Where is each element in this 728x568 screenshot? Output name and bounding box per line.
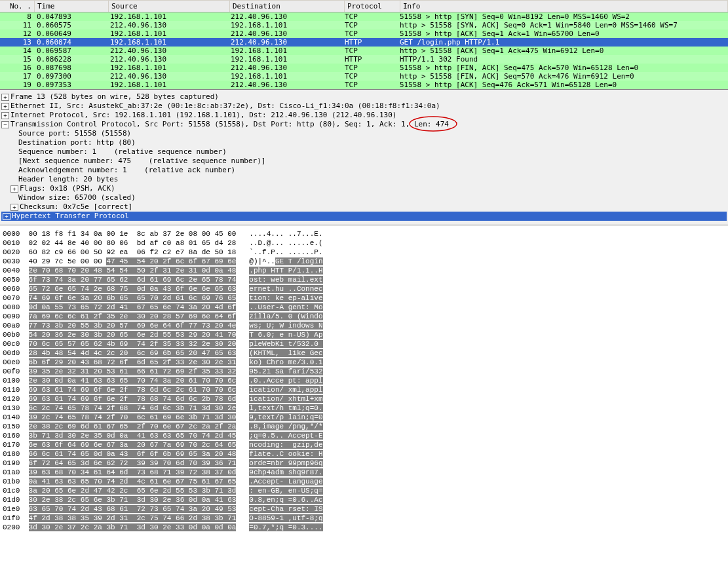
- hex-bytes-highlight: 6c 2c 74 65 78 74 2f 68 74 6d 6c 3b 71 3…: [29, 404, 237, 412]
- hex-ascii-plain: @)|^..: [249, 257, 275, 265]
- cell-src: 192.168.1.101: [107, 81, 228, 89]
- hex-row[interactable]: 0050 6f 73 74 3a 20 77 65 62 6d 61 69 6c…: [3, 275, 725, 284]
- hex-row[interactable]: 0130 6c 2c 74 65 78 74 2f 68 74 6d 6c 3b…: [3, 404, 725, 413]
- col-header-time[interactable]: Time: [35, 1, 109, 12]
- tree-tcp-cksum[interactable]: +Checksum: 0x7c5e [correct]: [1, 202, 727, 212]
- hex-row[interactable]: 0040 2e 70 68 70 20 48 54 54 50 2f 31 2e…: [3, 266, 725, 275]
- col-header-src[interactable]: Source: [109, 1, 230, 12]
- hex-offset: 0150: [3, 423, 20, 430]
- packet-row[interactable]: 170.097300212.40.96.130192.168.1.101TCPh…: [0, 72, 728, 81]
- hex-row[interactable]: 00c0 70 6c 65 57 65 62 4b 69 74 2f 35 33…: [3, 339, 725, 349]
- hex-row[interactable]: 0010 02 02 44 8e 40 00 80 06 bd af c0 a8…: [3, 238, 725, 248]
- cell-info: 51558 > http [FIN, ACK] Seq=475 Ack=570 …: [397, 64, 728, 72]
- hex-offset: 0000: [3, 230, 20, 238]
- cell-info: http > 51558 [FIN, ACK] Seq=570 Ack=476 …: [397, 72, 728, 81]
- hex-row[interactable]: 0020 60 82 c9 66 00 50 92 ea 06 f2 c2 e7…: [3, 248, 725, 257]
- tree-ethernet[interactable]: +Ethernet II, Src: AsustekC_ab:37:2e (00…: [1, 102, 727, 111]
- hex-row[interactable]: 00e0 6b 6f 29 20 43 68 72 6f 6d 65 2f 33…: [3, 358, 725, 367]
- packet-row[interactable]: 130.060874192.168.1.101212.40.96.130HTTP…: [0, 38, 728, 47]
- collapse-icon[interactable]: −: [1, 121, 9, 128]
- hex-row[interactable]: 0180 66 6c 61 74 65 0d 0a 43 6f 6f 6b 69…: [3, 449, 725, 459]
- hex-row[interactable]: 0110 69 63 61 74 69 6f 6e 2f 78 6d 6c 2c…: [3, 385, 725, 394]
- packet-details-pane[interactable]: +Frame 13 (528 bytes on wire, 528 bytes …: [0, 89, 728, 225]
- col-header-dst[interactable]: Destination: [230, 1, 345, 12]
- hex-row[interactable]: 01b0 0a 41 63 63 65 70 74 2d 4c 61 6e 67…: [3, 477, 725, 486]
- hex-row[interactable]: 00a0 77 73 3b 20 55 3b 20 57 69 6e 64 6f…: [3, 321, 725, 330]
- packet-row[interactable]: 160.087698192.168.1.101212.40.96.130TCP5…: [0, 64, 728, 72]
- cell-no: 15: [0, 55, 34, 64]
- packet-list[interactable]: 80.047893192.168.1.101212.40.96.130TCP51…: [0, 12, 728, 89]
- hex-row[interactable]: 01a0 39 63 68 70 34 61 64 6d 73 68 71 39…: [3, 468, 725, 477]
- cell-time: 0.086228: [34, 55, 107, 64]
- packet-row[interactable]: 80.047893192.168.1.101212.40.96.130TCP51…: [0, 12, 728, 21]
- cell-dst: 212.40.96.130: [228, 12, 342, 21]
- hex-row[interactable]: 0070 74 69 6f 6e 3a 20 6b 65 65 70 2d 61…: [3, 293, 725, 303]
- hex-offset: 0190: [3, 459, 20, 467]
- packet-row[interactable]: 190.097353192.168.1.101212.40.96.130TCP5…: [0, 81, 728, 89]
- packet-row[interactable]: 110.060575212.40.96.130192.168.1.101TCPh…: [0, 21, 728, 29]
- packet-row[interactable]: 150.086228212.40.96.130192.168.1.101HTTP…: [0, 55, 728, 64]
- tree-tcp-flags[interactable]: +Flags: 0x18 (PSH, ACK): [1, 184, 727, 193]
- cell-no: 11: [0, 21, 34, 29]
- hex-offset: 0070: [3, 294, 20, 302]
- hex-offset: 00f0: [3, 368, 20, 375]
- hex-offset: 00e0: [3, 358, 20, 366]
- tree-http[interactable]: +Hypertext Transfer Protocol: [1, 212, 727, 221]
- hex-row[interactable]: 0200 3d 30 2e 37 2c 2a 3b 71 3d 30 2e 33…: [3, 523, 725, 532]
- cell-proto: TCP: [342, 21, 397, 29]
- hex-offset: 0010: [3, 239, 20, 247]
- hex-row[interactable]: 01e0 63 65 70 74 2d 43 68 61 72 73 65 74…: [3, 504, 725, 514]
- col-header-info[interactable]: Info: [400, 1, 728, 12]
- hex-row[interactable]: 00b0 54 20 36 2e 30 3b 20 65 6e 2d 55 53…: [3, 330, 725, 339]
- hex-bytes-highlight: 39 63 68 70 34 61 64 6d 73 68 71 39 72 3…: [29, 468, 237, 476]
- expand-icon[interactable]: +: [1, 103, 9, 110]
- tree-ip[interactable]: +Internet Protocol, Src: 192.168.1.101 (…: [1, 111, 727, 120]
- hex-ascii-highlight: 9,text/p lain;q=0: [249, 413, 322, 421]
- hex-row[interactable]: 00d0 28 4b 48 54 4d 4c 2c 20 6c 69 6b 65…: [3, 349, 725, 358]
- hex-row[interactable]: 0160 3b 71 3d 30 2e 35 0d 0a 41 63 63 65…: [3, 431, 725, 440]
- hex-row[interactable]: 0030 40 29 7c 5e 00 00 47 45 54 20 2f 6c…: [3, 257, 725, 266]
- cell-src: 192.168.1.101: [107, 38, 228, 47]
- hex-row[interactable]: 0190 6f 72 64 65 3d 6e 62 72 39 39 70 6d…: [3, 459, 725, 468]
- packet-row[interactable]: 120.060649192.168.1.101212.40.96.130TCP5…: [0, 29, 728, 38]
- hex-row[interactable]: 0060 65 72 6e 65 74 2e 68 75 0d 0a 43 6f…: [3, 284, 725, 293]
- expand-icon[interactable]: +: [1, 112, 9, 119]
- hex-ascii-highlight: .php HTT P/1.1..H: [249, 267, 322, 275]
- hex-bytes-highlight: 47 45 54 20 2f 6c 6f 67 69 6e: [106, 257, 236, 265]
- packet-row[interactable]: 140.069587212.40.96.130192.168.1.101TCPh…: [0, 47, 728, 55]
- hex-row[interactable]: 01d0 30 2e 38 2c 65 6e 3b 71 3d 30 2e 36…: [3, 495, 725, 504]
- hex-row[interactable]: 00f0 39 35 2e 32 31 20 53 61 66 61 72 69…: [3, 367, 725, 376]
- hex-bytes-highlight: 2e 30 0d 0a 41 63 63 65 70 74 3a 20 61 7…: [29, 377, 237, 385]
- hex-bytes-highlight: 69 63 61 74 69 6f 6e 2f 78 6d 6c 2c 61 7…: [29, 386, 237, 394]
- tree-tcp[interactable]: −Transmission Control Protocol, Src Port…: [1, 120, 727, 129]
- hex-bytes-highlight: 6f 72 64 65 3d 6e 62 72 39 39 70 6d 70 3…: [29, 459, 237, 467]
- hex-ascii-highlight: l,text/h tml;q=0.: [249, 404, 322, 412]
- hex-row[interactable]: 0140 39 2c 74 65 78 74 2f 70 6c 61 69 6e…: [3, 413, 725, 422]
- hex-ascii-highlight: cept-Cha rset: IS: [249, 505, 322, 513]
- expand-icon[interactable]: +: [1, 94, 9, 101]
- cell-info: 51558 > http [ACK] Seq=1 Ack=1 Win=65700…: [397, 29, 728, 38]
- hex-row[interactable]: 0150 2e 38 2c 69 6d 61 67 65 2f 70 6e 67…: [3, 422, 725, 431]
- hex-row[interactable]: 0000 00 18 f8 f1 34 0a 00 1e 8c ab 37 2e…: [3, 229, 725, 238]
- expand-icon[interactable]: +: [10, 185, 18, 193]
- hex-row[interactable]: 01c0 3a 20 65 6e 2d 47 42 2c 65 6e 2d 55…: [3, 486, 725, 495]
- hex-row[interactable]: 0100 2e 30 0d 0a 41 63 63 65 70 74 3a 20…: [3, 376, 725, 385]
- hex-row[interactable]: 0170 6e 63 6f 64 69 6e 67 3a 20 67 7a 69…: [3, 440, 725, 449]
- hex-offset: 01c0: [3, 487, 20, 495]
- cell-dst: 192.168.1.101: [228, 21, 342, 29]
- cell-src: 212.40.96.130: [107, 47, 228, 55]
- hex-dump-pane[interactable]: 0000 00 18 f8 f1 34 0a 00 1e 8c ab 37 2e…: [0, 225, 728, 539]
- hex-row[interactable]: 0080 0d 0a 55 73 65 72 2d 41 67 65 6e 74…: [3, 303, 725, 312]
- hex-row[interactable]: 01f0 4f 2d 38 38 35 39 2d 31 2c 75 74 66…: [3, 514, 725, 523]
- tcp-seq: Sequence number: 1 (relative sequence nu…: [1, 147, 727, 157]
- col-header-no[interactable]: No. .: [0, 1, 35, 12]
- tree-frame[interactable]: +Frame 13 (528 bytes on wire, 528 bytes …: [1, 92, 727, 102]
- expand-icon[interactable]: +: [10, 204, 18, 211]
- tcp-checksum: Checksum: 0x7c5e [correct]: [20, 202, 132, 211]
- hex-row[interactable]: 0090 7a 69 6c 6c 61 2f 35 2e 30 20 28 57…: [3, 312, 725, 321]
- expand-icon[interactable]: +: [3, 213, 10, 220]
- hex-row[interactable]: 0120 69 63 61 74 69 6f 6e 2f 78 68 74 6d…: [3, 394, 725, 404]
- col-header-proto[interactable]: Protocol: [345, 1, 400, 12]
- cell-time: 0.087698: [34, 64, 107, 72]
- cell-src: 212.40.96.130: [107, 21, 228, 29]
